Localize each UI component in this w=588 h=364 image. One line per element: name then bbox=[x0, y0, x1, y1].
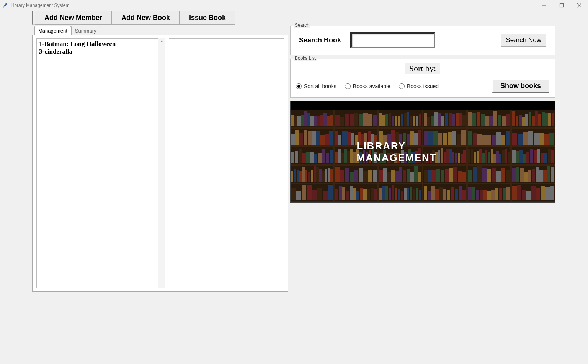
radio-books-issued[interactable]: Books issued bbox=[399, 83, 439, 89]
left-pane-scrollbar[interactable]: ∧ bbox=[158, 38, 165, 288]
radio-sort-all[interactable]: Sort all books bbox=[296, 83, 336, 89]
image-caption: LIBRARY MANAGEMENT bbox=[357, 140, 489, 164]
image-top-bar bbox=[291, 101, 555, 110]
sort-radio-row: Sort all books Books available Books iss… bbox=[294, 80, 552, 93]
content-frame: Add New Member Add New Book Issue Book M… bbox=[32, 11, 556, 292]
left-pane-container: 1-Batman: Long Halloween 3-cinderalla ∧ bbox=[36, 38, 165, 288]
tab-management[interactable]: Management bbox=[34, 26, 71, 35]
titlebar: Library Management System bbox=[0, 0, 588, 11]
search-label: Search Book bbox=[299, 36, 341, 44]
add-new-member-button[interactable]: Add New Member bbox=[35, 11, 112, 25]
panes-wrap: 1-Batman: Long Halloween 3-cinderalla ∧ bbox=[33, 35, 288, 291]
radio-label: Books available bbox=[353, 83, 390, 89]
scroll-up-icon: ∧ bbox=[159, 39, 164, 44]
search-row: Search Book Search Now bbox=[294, 30, 552, 51]
window-root: Library Management System Add New Member… bbox=[0, 0, 588, 364]
radio-label: Books issued bbox=[407, 83, 439, 89]
sort-by-heading: Sort by: bbox=[405, 63, 440, 74]
issue-book-button[interactable]: Issue Book bbox=[180, 11, 235, 25]
close-button[interactable] bbox=[570, 0, 588, 11]
radio-dot-icon bbox=[296, 83, 302, 89]
library-image: LIBRARY MANAGEMENT bbox=[290, 101, 555, 203]
show-books-button[interactable]: Show books bbox=[492, 80, 549, 93]
radio-label: Sort all books bbox=[304, 83, 336, 89]
minimize-button[interactable] bbox=[535, 0, 553, 11]
left-column: Management Summary 1-Batman: Long Hallow… bbox=[32, 25, 288, 292]
window-controls bbox=[535, 0, 588, 11]
toolbar-spacer bbox=[32, 11, 35, 25]
books-list-group: Books List Sort by: Sort all books Books… bbox=[290, 59, 555, 98]
right-column: Search Search Book Search Now Books List… bbox=[288, 25, 556, 292]
app-feather-icon bbox=[2, 2, 8, 8]
book-listbox[interactable]: 1-Batman: Long Halloween 3-cinderalla bbox=[36, 38, 158, 288]
radio-dot-icon bbox=[345, 83, 351, 89]
tab-summary[interactable]: Summary bbox=[71, 26, 100, 35]
search-input[interactable] bbox=[350, 32, 435, 48]
tab-content: 1-Batman: Long Halloween 3-cinderalla ∧ bbox=[32, 35, 288, 292]
search-now-button[interactable]: Search Now bbox=[501, 34, 546, 47]
radio-books-available[interactable]: Books available bbox=[345, 83, 390, 89]
main-columns: Management Summary 1-Batman: Long Hallow… bbox=[32, 25, 556, 292]
tab-bar: Management Summary bbox=[32, 25, 288, 35]
radio-dot-icon bbox=[399, 83, 405, 89]
search-group: Search Search Book Search Now bbox=[290, 26, 555, 55]
svg-rect-1 bbox=[560, 4, 564, 7]
search-group-title: Search bbox=[294, 23, 310, 28]
window-title: Library Management System bbox=[11, 3, 535, 8]
detail-pane[interactable] bbox=[169, 38, 284, 288]
books-list-group-title: Books List bbox=[294, 55, 317, 61]
maximize-button[interactable] bbox=[553, 0, 570, 11]
add-new-book-button[interactable]: Add New Book bbox=[112, 11, 180, 25]
